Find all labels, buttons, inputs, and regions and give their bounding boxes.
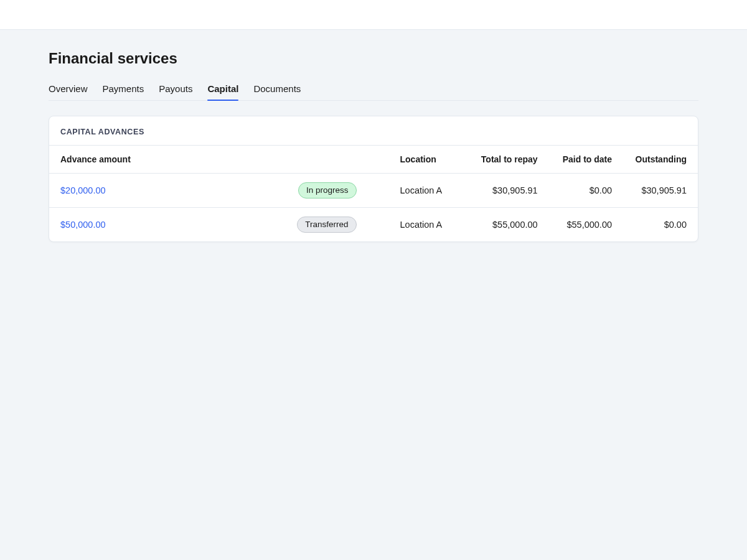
page-title: Financial services (49, 50, 698, 67)
cell-paid: $55,000.00 (549, 208, 623, 242)
page-content: Financial services Overview Payments Pay… (0, 30, 747, 262)
cell-status: Transferred (265, 208, 388, 242)
cell-location: Location A (389, 174, 469, 208)
status-badge: Transferred (297, 217, 356, 233)
card-header: CAPITAL ADVANCES (49, 116, 698, 145)
tab-overview[interactable]: Overview (49, 80, 88, 100)
col-header-amount: Advance amount (49, 146, 265, 174)
tab-payouts[interactable]: Payouts (159, 80, 192, 100)
col-header-location: Location (389, 146, 469, 174)
cell-outstanding: $30,905.91 (623, 174, 698, 208)
table-row[interactable]: $20,000.00 In progress Location A $30,90… (49, 174, 698, 208)
cell-amount: $20,000.00 (49, 174, 265, 208)
col-header-total: Total to repay (469, 146, 549, 174)
status-badge: In progress (298, 182, 357, 198)
col-header-status (265, 146, 388, 174)
tab-documents[interactable]: Documents (253, 80, 301, 100)
table-row[interactable]: $50,000.00 Transferred Location A $55,00… (49, 208, 698, 242)
cell-amount: $50,000.00 (49, 208, 265, 242)
cell-status: In progress (265, 174, 388, 208)
cell-total: $30,905.91 (469, 174, 549, 208)
advance-amount-link[interactable]: $20,000.00 (60, 185, 106, 195)
capital-advances-card: CAPITAL ADVANCES Advance amount Location… (49, 116, 698, 242)
tab-payments[interactable]: Payments (103, 80, 144, 100)
tabs-nav: Overview Payments Payouts Capital Docume… (49, 80, 698, 101)
col-header-outstanding: Outstanding (623, 146, 698, 174)
table-header-row: Advance amount Location Total to repay P… (49, 146, 698, 174)
cell-location: Location A (389, 208, 469, 242)
advance-amount-link[interactable]: $50,000.00 (60, 220, 106, 230)
cell-total: $55,000.00 (469, 208, 549, 242)
tab-capital[interactable]: Capital (207, 80, 238, 100)
cell-paid: $0.00 (549, 174, 623, 208)
col-header-paid: Paid to date (549, 146, 623, 174)
advances-table: Advance amount Location Total to repay P… (49, 145, 698, 241)
cell-outstanding: $0.00 (623, 208, 698, 242)
top-app-bar (0, 0, 747, 30)
